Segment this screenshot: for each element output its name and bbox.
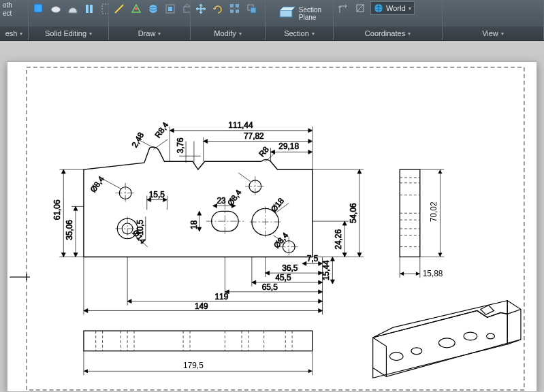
- chevron-down-icon: ▾: [312, 31, 315, 37]
- modify-array-icon[interactable]: [227, 1, 242, 16]
- solid-edit-icon-2[interactable]: [48, 1, 63, 16]
- svg-text:24,26: 24,26: [334, 229, 343, 250]
- svg-text:45,5: 45,5: [275, 273, 291, 282]
- svg-line-69: [104, 180, 122, 189]
- svg-rect-20: [27, 67, 524, 390]
- ribbon: oth ect esh▾: [0, 0, 544, 41]
- svg-text:15,44: 15,44: [321, 260, 331, 280]
- solid-edit-icon-3[interactable]: [65, 1, 80, 16]
- svg-line-54: [154, 140, 168, 150]
- iso-view: [373, 301, 521, 378]
- mesh-label-top: oth: [3, 1, 12, 10]
- panel-title-modify[interactable]: Modify▾: [191, 27, 265, 40]
- panel-title-mesh[interactable]: esh▾: [0, 27, 28, 40]
- modify-move-icon[interactable]: [193, 1, 208, 16]
- svg-rect-11: [236, 4, 239, 7]
- svg-point-152: [411, 348, 422, 355]
- coord-icon-1[interactable]: [336, 1, 351, 16]
- svg-point-5: [149, 5, 157, 13]
- mesh-label-bot: ect: [3, 10, 12, 18]
- panel-coordinates: World ▾ Coordinates▾: [334, 0, 443, 40]
- svg-text:77,82: 77,82: [244, 131, 264, 141]
- svg-rect-2: [90, 5, 93, 13]
- svg-rect-9: [184, 7, 190, 12]
- svg-rect-3: [102, 4, 108, 14]
- svg-text:10,5: 10,5: [135, 219, 145, 235]
- coord-icon-2[interactable]: [353, 1, 368, 16]
- coord-world-select[interactable]: World ▾: [370, 1, 415, 15]
- svg-text:18: 18: [189, 220, 199, 229]
- svg-text:Ø18: Ø18: [269, 196, 286, 214]
- svg-text:R8,4: R8,4: [153, 120, 171, 140]
- chevron-down-icon: ▾: [408, 31, 411, 37]
- svg-text:65,5: 65,5: [262, 282, 278, 292]
- svg-rect-16: [280, 10, 292, 17]
- svg-text:179,5: 179,5: [183, 361, 204, 370]
- svg-text:Ø8,4: Ø8,4: [272, 231, 290, 250]
- svg-text:70,02: 70,02: [430, 201, 439, 222]
- panel-title-coordinates[interactable]: Coordinates▾: [334, 27, 442, 40]
- svg-rect-1: [86, 5, 89, 13]
- svg-rect-8: [168, 7, 172, 11]
- svg-point-4: [135, 7, 138, 10]
- svg-rect-0: [34, 4, 42, 12]
- workspace[interactable]: 111,44 77,82 29,18 2,48 R8,4: [0, 41, 544, 392]
- panel-solid-editing: Solid Editing▾: [29, 0, 109, 40]
- panel-title-solid-editing[interactable]: Solid Editing▾: [29, 27, 108, 40]
- side-view: 70,02 15,88: [400, 169, 444, 278]
- svg-text:29,18: 29,18: [278, 142, 299, 151]
- svg-rect-10: [230, 4, 234, 7]
- panel-modify: Modify▾: [191, 0, 266, 40]
- draw-misc-icon[interactable]: [180, 1, 190, 16]
- svg-text:Ø8,4: Ø8,4: [225, 188, 243, 208]
- solid-edit-icon-4[interactable]: [82, 1, 97, 16]
- technical-drawing: 111,44 77,82 29,18 2,48 R8,4: [7, 62, 537, 391]
- svg-text:36,5: 36,5: [282, 263, 298, 273]
- svg-text:111,44: 111,44: [228, 120, 253, 130]
- svg-rect-116: [84, 331, 313, 351]
- svg-rect-15: [251, 7, 256, 13]
- bottom-view: 179,5: [84, 331, 313, 375]
- solid-edit-icon-1[interactable]: [31, 1, 46, 16]
- svg-text:61,06: 61,06: [52, 199, 62, 220]
- panel-title-draw[interactable]: Draw▾: [109, 27, 190, 40]
- chevron-down-icon: ▾: [158, 31, 161, 37]
- svg-text:15,88: 15,88: [423, 269, 443, 278]
- svg-text:35,06: 35,06: [65, 220, 74, 240]
- svg-text:R8: R8: [257, 144, 271, 159]
- svg-rect-13: [236, 10, 239, 13]
- chevron-down-icon: ▾: [501, 31, 504, 37]
- panel-view: View▾: [443, 0, 544, 40]
- draw-region-icon[interactable]: [129, 1, 144, 16]
- panel-title-section[interactable]: Section▾: [266, 27, 333, 40]
- draw-line-icon[interactable]: [112, 1, 127, 16]
- draw-poly-icon[interactable]: [163, 1, 178, 16]
- svg-point-151: [389, 353, 403, 361]
- panel-draw: Draw▾: [109, 0, 191, 40]
- section-plane-icon[interactable]: [277, 4, 296, 23]
- svg-text:2,48: 2,48: [129, 131, 146, 149]
- draw-sphere-icon[interactable]: [146, 1, 161, 16]
- svg-text:7,5: 7,5: [307, 254, 319, 263]
- dimensions: 111,44 77,82 29,18 2,48 R8,4: [52, 120, 363, 314]
- modify-rotate-icon[interactable]: [210, 1, 225, 16]
- solid-edit-icon-5[interactable]: [99, 1, 108, 16]
- section-plane-label: Section Plane: [299, 6, 321, 21]
- svg-text:23: 23: [217, 196, 227, 206]
- svg-point-155: [487, 333, 495, 339]
- svg-rect-12: [230, 10, 234, 13]
- svg-text:Ø8,4: Ø8,4: [89, 174, 106, 194]
- svg-text:15,5: 15,5: [149, 190, 165, 199]
- svg-point-154: [464, 332, 477, 340]
- chevron-down-icon: ▾: [89, 31, 92, 37]
- globe-icon: [374, 3, 383, 13]
- coord-world-label: World: [386, 4, 406, 12]
- panel-section: Section Plane Section▾: [266, 0, 334, 40]
- chevron-down-icon: ▾: [409, 5, 411, 12]
- svg-text:119: 119: [215, 292, 229, 301]
- drawing-sheet: 111,44 77,82 29,18 2,48 R8,4: [7, 61, 537, 392]
- panel-title-view[interactable]: View▾: [443, 27, 543, 40]
- svg-text:3,76: 3,76: [176, 137, 185, 153]
- modify-misc-icon[interactable]: [244, 1, 259, 16]
- svg-text:149: 149: [195, 301, 208, 311]
